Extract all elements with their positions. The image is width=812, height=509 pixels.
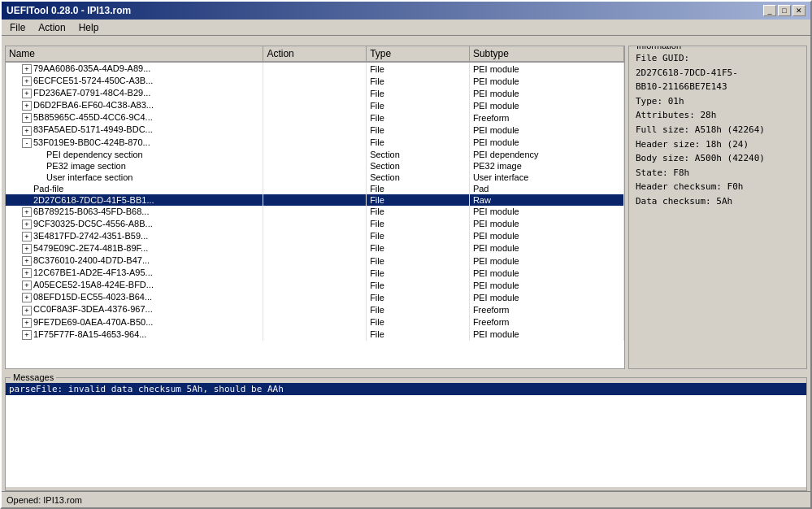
cell-subtype: PE32 image <box>469 160 623 172</box>
cell-action <box>263 149 367 160</box>
table-row[interactable]: +6ECFCE51-5724-450C-A3B...FilePEI module <box>6 75 624 87</box>
table-row[interactable]: +D6D2FBA6-EF60-4C38-A83...FilePEI module <box>6 99 624 111</box>
cell-name: +8C376010-2400-4D7D-B47... <box>6 254 263 267</box>
cell-name: +6ECFCE51-5724-450C-A3B... <box>6 75 263 87</box>
cell-name: PE32 image section <box>6 160 263 172</box>
cell-type: File <box>367 279 470 291</box>
cell-action <box>263 242 367 254</box>
cell-name: +1F75F77F-8A15-4653-964... <box>6 328 263 341</box>
table-header: Name Action Type Subtype <box>6 46 624 62</box>
row-name-text: 83FA5AED-5171-4949-BDC... <box>33 124 153 134</box>
table-row[interactable]: +5B85965C-455D-4CC6-9C4...FileFreeform <box>6 111 624 124</box>
table-row[interactable]: PEI dependency sectionSectionPEI depende… <box>6 149 624 160</box>
row-name-text: Pad-file <box>33 184 63 194</box>
tree-expand-icon[interactable]: + <box>22 220 32 229</box>
maximize-button[interactable]: □ <box>778 5 791 16</box>
info-line: Attributes: 28h <box>636 108 800 123</box>
info-line: BB10-21166BE7E143 <box>636 80 800 94</box>
cell-subtype: PEI module <box>469 279 623 291</box>
tree-expand-icon[interactable]: + <box>22 101 32 111</box>
table-row[interactable]: +FD236AE7-0791-48C4-B29...FilePEI module <box>6 87 624 99</box>
menu-action[interactable]: Action <box>33 20 70 35</box>
cell-action <box>263 230 367 242</box>
info-line: Body size: A500h (42240) <box>636 151 800 166</box>
cell-subtype: PEI module <box>469 218 623 230</box>
tree-expand-icon[interactable]: + <box>22 232 32 241</box>
table-row[interactable]: +9FE7DE69-0AEA-470A-B50...FileFreeform <box>6 316 624 328</box>
cell-subtype: PEI module <box>469 62 623 75</box>
table-row[interactable]: +A05ECE52-15A8-424E-BFD...FilePEI module <box>6 279 624 291</box>
cell-subtype: Freeform <box>469 111 623 124</box>
table-row[interactable]: +08EFD15D-EC55-4023-B64...FilePEI module <box>6 291 624 303</box>
cell-name: -53F019E9-BB0C-424B-870... <box>6 137 263 149</box>
tree-expand-icon[interactable]: + <box>22 293 32 302</box>
table-row[interactable]: +79AA6086-035A-4AD9-A89...FilePEI module <box>6 62 624 75</box>
row-name-text: 5B85965C-455D-4CC6-9C4... <box>33 112 153 122</box>
table-row[interactable]: +9CF30325-DC5C-4556-A8B...FilePEI module <box>6 218 624 230</box>
tree-expand-icon[interactable]: + <box>22 64 32 74</box>
row-name-text: PE32 image section <box>46 161 126 171</box>
cell-subtype: PEI module <box>469 291 623 303</box>
table-row[interactable]: +3E4817FD-2742-4351-B59...FilePEI module <box>6 230 624 242</box>
tree-expand-icon[interactable]: + <box>22 89 32 98</box>
messages-content[interactable]: parseFile: invalid data checksum 5Ah, sh… <box>6 383 806 487</box>
row-name-text: 53F019E9-BB0C-424B-870... <box>33 137 150 147</box>
structure-tbody: +79AA6086-035A-4AD9-A89...FilePEI module… <box>6 62 624 341</box>
menu-file[interactable]: File <box>5 20 30 35</box>
tree-expand-icon[interactable]: + <box>22 244 32 254</box>
col-subtype: Subtype <box>469 46 623 62</box>
cell-name: +3E4817FD-2742-4351-B59... <box>6 230 263 242</box>
table-row[interactable]: +CC0F8A3F-3DEA-4376-967...FileFreeform <box>6 303 624 315</box>
col-type: Type <box>367 46 470 62</box>
table-row[interactable]: Pad-fileFilePad <box>6 183 624 194</box>
tree-expand-icon[interactable]: + <box>22 318 32 328</box>
message-row[interactable]: parseFile: invalid data checksum 5Ah, sh… <box>6 383 806 395</box>
cell-subtype: PEI module <box>469 137 623 149</box>
tree-expand-icon[interactable]: + <box>22 126 32 136</box>
cell-subtype: PEI module <box>469 99 623 111</box>
table-row[interactable]: 2D27C618-7DCD-41F5-BB1...FileRaw <box>6 194 624 206</box>
tree-expand-icon[interactable]: + <box>22 256 32 266</box>
table-row[interactable]: User interface sectionSectionUser interf… <box>6 172 624 183</box>
table-row[interactable]: +5479E09C-2E74-481B-89F...FilePEI module <box>6 242 624 254</box>
information-group: Information File GUID:2D27C618-7DCD-41F5… <box>628 46 807 369</box>
close-button[interactable]: ✕ <box>792 5 805 16</box>
tree-expand-icon[interactable]: + <box>22 330 32 340</box>
row-name-text: 79AA6086-035A-4AD9-A89... <box>33 63 150 73</box>
cell-action <box>263 99 367 111</box>
row-name-text: 6B789215-B063-45FD-B68... <box>33 207 149 216</box>
row-name-text: 9CF30325-DC5C-4556-A8B... <box>33 219 153 228</box>
tree-expand-icon[interactable]: - <box>22 138 32 148</box>
cell-type: File <box>367 183 470 194</box>
cell-action <box>263 291 367 303</box>
tree-expand-icon[interactable]: + <box>22 76 32 86</box>
cell-type: File <box>367 124 470 136</box>
minimize-button[interactable]: _ <box>763 5 776 16</box>
table-container[interactable]: Name Action Type Subtype +79AA6086-035A-… <box>6 46 624 368</box>
table-row[interactable]: +1F75F77F-8A15-4653-964...FilePEI module <box>6 328 624 341</box>
table-row[interactable]: +8C376010-2400-4D7D-B47...FilePEI module <box>6 254 624 267</box>
table-row[interactable]: -53F019E9-BB0C-424B-870...FilePEI module <box>6 137 624 149</box>
cell-type: File <box>367 62 470 75</box>
tree-expand-icon[interactable]: + <box>22 207 32 217</box>
cell-action <box>263 218 367 230</box>
table-row[interactable]: +12C67BE1-AD2E-4F13-A95...FilePEI module <box>6 267 624 279</box>
info-line: 2D27C618-7DCD-41F5- <box>636 66 800 80</box>
row-name-text: 5479E09C-2E74-481B-89F... <box>33 243 148 253</box>
cell-name: +5B85965C-455D-4CC6-9C4... <box>6 111 263 124</box>
table-row[interactable]: +83FA5AED-5171-4949-BDC...FilePEI module <box>6 124 624 136</box>
main-window: UEFITool 0.28.0 - IPI13.rom _ □ ✕ File A… <box>0 0 812 509</box>
tree-expand-icon[interactable]: + <box>22 306 32 315</box>
cell-type: File <box>367 230 470 242</box>
table-row[interactable]: +6B789215-B063-45FD-B68...FilePEI module <box>6 206 624 218</box>
row-name-text: 8C376010-2400-4D7D-B47... <box>33 255 150 265</box>
table-row[interactable]: PE32 image sectionSectionPE32 image <box>6 160 624 172</box>
cell-name: +83FA5AED-5171-4949-BDC... <box>6 124 263 136</box>
tree-expand-icon[interactable]: + <box>22 281 32 290</box>
menu-help[interactable]: Help <box>74 20 104 35</box>
top-panels: Structure Name Action Type Subtype <box>5 46 807 369</box>
cell-name: +9CF30325-DC5C-4556-A8B... <box>6 218 263 230</box>
tree-expand-icon[interactable]: + <box>22 113 32 123</box>
tree-expand-icon[interactable]: + <box>22 268 32 278</box>
cell-name: +6B789215-B063-45FD-B68... <box>6 206 263 218</box>
